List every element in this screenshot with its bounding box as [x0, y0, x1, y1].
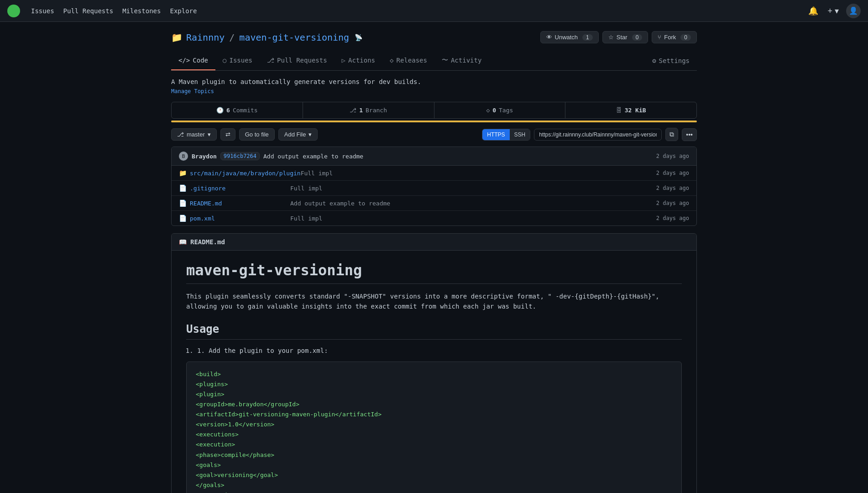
database-icon: 🗄 — [616, 107, 622, 114]
readme-usage-title: Usage — [186, 323, 682, 340]
stats-bar: 🕐 6 Commits ⎇ 1 Branch ◇ 0 Tags 🗄 32 KiB — [171, 102, 697, 119]
tab-releases[interactable]: ◇ Releases — [382, 51, 434, 70]
nav-milestones[interactable]: Milestones — [122, 5, 161, 16]
nav-right: 🔔 + ▾ 👤 — [806, 4, 861, 18]
clone-url-input[interactable] — [534, 129, 662, 141]
file-name-link[interactable]: .gitignore — [190, 185, 290, 192]
tags-count: 0 — [492, 107, 496, 114]
file-name-link[interactable]: README.md — [190, 200, 290, 207]
commit-hash-link[interactable]: 9916cb7264 — [220, 152, 260, 160]
go-to-file-button[interactable]: Go to file — [239, 128, 275, 141]
file-name-link[interactable]: src/main/java/me/braydon/plugin — [190, 170, 301, 177]
protocol-toggle: HTTPS SSH — [482, 129, 530, 141]
commit-header: B Braydon 9916cb7264 Add output example … — [172, 147, 696, 166]
branches-count: 1 — [359, 107, 363, 114]
commits-stat[interactable]: 🕐 6 Commits — [172, 102, 303, 118]
code-line-8: <execution> — [196, 441, 235, 448]
add-file-label: Add File — [284, 131, 306, 138]
chevron-down-icon: ▾ — [208, 131, 211, 138]
plus-menu-button[interactable]: + ▾ — [826, 4, 841, 18]
tab-code[interactable]: </> Code — [171, 51, 215, 70]
tab-issues[interactable]: ○ Issues — [215, 51, 260, 70]
commit-author-name: Braydon — [192, 153, 217, 160]
tags-label: Tags — [499, 107, 513, 114]
chevron-down-icon-add: ▾ — [309, 131, 312, 138]
tab-pr-label: Pull Requests — [277, 57, 327, 64]
file-commit-msg: Full impl — [290, 185, 656, 192]
fork-button[interactable]: ⑂ Fork 0 — [652, 31, 697, 43]
https-protocol-button[interactable]: HTTPS — [482, 129, 509, 140]
code-line-4: <groupId>me.braydon</groupId> — [196, 401, 299, 408]
repo-size: 32 KiB — [625, 107, 646, 114]
go-to-file-label: Go to file — [245, 131, 269, 138]
repo-name-link[interactable]: maven-git-versioning — [239, 32, 349, 43]
fork-label: Fork — [664, 34, 676, 41]
gitea-logo[interactable] — [7, 5, 20, 17]
commit-author-avatar: B — [179, 152, 188, 161]
file-time: 2 days ago — [656, 200, 689, 206]
readme-container: 📖 README.md maven-git-versioning This pl… — [171, 233, 697, 493]
tab-activity-label: Activity — [451, 57, 481, 64]
folder-icon: 📁 — [179, 169, 186, 177]
user-avatar[interactable]: 👤 — [846, 4, 861, 18]
code-line-5: <artifactId>git-versioning-maven-plugin<… — [196, 411, 382, 418]
nav-pull-requests[interactable]: Pull Requests — [63, 5, 114, 16]
watch-count: 1 — [582, 34, 593, 41]
code-line-9: <phase>compile</phase> — [196, 451, 274, 458]
branch-icon-small: ⎇ — [177, 131, 184, 138]
file-table: B Braydon 9916cb7264 Add output example … — [171, 147, 697, 226]
more-options-button[interactable]: ••• — [682, 128, 697, 141]
nav-links: Issues Pull Requests Milestones Explore — [31, 5, 197, 16]
readme-book-icon: 📖 — [179, 238, 187, 246]
branch-name: master — [187, 131, 205, 138]
actions-icon: ▷ — [342, 57, 345, 64]
fork-count: 0 — [680, 34, 691, 41]
settings-tab[interactable]: ⚙ Settings — [645, 52, 697, 70]
tags-stat[interactable]: ◇ 0 Tags — [434, 102, 566, 118]
branches-stat[interactable]: ⎇ 1 Branch — [303, 102, 434, 118]
tab-releases-label: Releases — [397, 57, 427, 64]
branch-selector-button[interactable]: ⎇ master ▾ — [171, 128, 217, 141]
readme-description: This plugin seamlessly converts standard… — [186, 291, 682, 312]
unwatch-label: Unwatch — [555, 34, 578, 41]
repo-icon: 📁 — [171, 32, 183, 43]
readme-title: maven-git-versioning — [186, 262, 682, 284]
repo-action-buttons: 👁 Unwatch 1 ☆ Star 0 ⑂ Fork 0 — [540, 31, 697, 43]
unwatch-button[interactable]: 👁 Unwatch 1 — [540, 31, 599, 43]
code-line-3: <plugin> — [196, 391, 225, 398]
file-toolbar: ⎇ master ▾ ⇄ Go to file Add File ▾ HTTPS… — [171, 128, 697, 141]
settings-icon: ⚙ — [652, 57, 656, 64]
file-row: 📄 README.md Add output example to readme… — [172, 196, 696, 211]
file-commit-msg: Full impl — [301, 170, 656, 177]
tab-activity[interactable]: 〜 Activity — [434, 51, 489, 71]
star-label: Star — [617, 34, 627, 41]
repo-title: 📁 Rainnny / maven-git-versioning 📡 — [171, 32, 362, 43]
sync-fork-button[interactable]: ⇄ — [220, 128, 235, 141]
clock-icon: 🕐 — [216, 107, 224, 114]
code-line-12: </goals> — [196, 482, 225, 488]
main-content: 📁 Rainnny / maven-git-versioning 📡 👁 Unw… — [160, 22, 708, 493]
tab-actions[interactable]: ▷ Actions — [335, 51, 382, 70]
code-line-6: <version>1.0</version> — [196, 421, 274, 428]
repo-description: A Maven plugin to automatically generate… — [171, 78, 697, 85]
file-name-link[interactable]: pom.xml — [190, 215, 290, 222]
copy-url-button[interactable]: ⧉ — [665, 128, 678, 141]
clone-toolbar: HTTPS SSH ⧉ ••• — [482, 128, 697, 141]
nav-explore[interactable]: Explore — [170, 5, 197, 16]
repo-owner-link[interactable]: Rainnny — [186, 32, 225, 43]
activity-icon: 〜 — [442, 56, 448, 64]
add-file-button[interactable]: Add File ▾ — [278, 128, 318, 141]
eye-icon: 👁 — [546, 34, 552, 41]
star-button[interactable]: ☆ Star 0 — [602, 31, 648, 43]
language-bar — [171, 121, 697, 122]
tab-pull-requests[interactable]: ⎇ Pull Requests — [260, 51, 335, 70]
file-time: 2 days ago — [656, 215, 689, 221]
ssh-protocol-button[interactable]: SSH — [510, 129, 530, 140]
file-commit-msg: Add output example to readme — [290, 200, 656, 207]
nav-issues[interactable]: Issues — [31, 5, 54, 16]
manage-topics-link[interactable]: Manage Topics — [171, 88, 697, 94]
notification-bell-button[interactable]: 🔔 — [806, 4, 820, 18]
readme-filename: README.md — [190, 238, 225, 246]
rss-icon[interactable]: 📡 — [355, 34, 362, 41]
commits-label: Commits — [233, 107, 258, 114]
